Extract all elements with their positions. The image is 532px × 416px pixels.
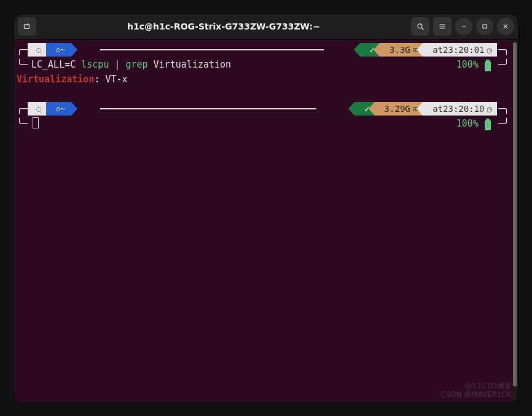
svg-line-4 — [421, 28, 423, 29]
battery-icon — [485, 61, 491, 71]
prompt-continue-left: ╰─ — [17, 57, 28, 72]
home-icon: ⌂ — [56, 42, 60, 57]
prompt-divider — [100, 108, 316, 109]
bracket-end: ─╯ — [498, 116, 509, 131]
prompt-left: ╭─ ◌ ⌂ ~ — [17, 42, 71, 57]
window-title: h1c@h1c-ROG-Strix-G733ZW-G733ZW:~ — [40, 22, 407, 31]
search-button[interactable] — [411, 17, 429, 36]
menu-button[interactable] — [433, 17, 452, 36]
output-row: Virtualization: VT-x — [14, 72, 512, 87]
cursor — [33, 117, 39, 128]
ram-value: 3.29G — [385, 101, 410, 116]
minimize-button[interactable] — [455, 18, 472, 35]
svg-point-3 — [418, 24, 422, 28]
prompt-left: ╭─ ◌ ⌂ ~ — [17, 101, 71, 116]
clock-icon: ◷ — [487, 42, 492, 57]
prompt-continue-left: ╰─ — [17, 116, 28, 131]
output-key: Virtualization — [17, 74, 94, 85]
prompt-row: ╭─ ◌ ⌂ ~ ✓ 3.3G⊞ at 23:20:01◷ ─╮ — [14, 42, 512, 57]
svg-rect-0 — [24, 25, 29, 29]
maximize-button[interactable] — [476, 18, 493, 35]
titlebar-left — [18, 17, 36, 36]
path-segment: ⌂ ~ — [46, 43, 71, 57]
time-text: 23:20:10 — [443, 101, 484, 116]
bracket-end: ─╯ — [498, 57, 509, 72]
titlebar-right — [411, 17, 514, 36]
at-text: at — [432, 42, 443, 57]
right-prompt: 100% ─╯ — [456, 116, 509, 131]
battery-percent: 100% — [456, 57, 479, 72]
output-text: Virtualization: VT-x — [17, 72, 128, 87]
ubuntu-icon: ◌ — [36, 101, 41, 116]
cursor-row: ╰─ 100% ─╯ — [14, 116, 512, 131]
watermark: @51CTO博客 CSDN @MAVER1CK — [440, 382, 512, 399]
path-text: ~ — [60, 42, 65, 57]
prompt-right: ✓ 3.3G⊞ at 23:20:01◷ ─╮ — [360, 42, 509, 57]
new-tab-button[interactable] — [18, 17, 36, 36]
clock-icon: ◷ — [487, 101, 492, 116]
bracket-close: ─╮ — [498, 42, 509, 57]
prompt-right: ✓ 3.29G⊞ at 23:20:10◷ ─╮ — [354, 101, 509, 116]
terminal-wrap: ╭─ ◌ ⌂ ~ ✓ 3.3G⊞ at 23:20:01◷ ─╮ — [14, 40, 518, 402]
scrollbar-thumb[interactable] — [513, 42, 517, 387]
os-segment: ◌ — [28, 43, 47, 57]
at-text: at — [432, 101, 443, 116]
terminal-area[interactable]: ╭─ ◌ ⌂ ~ ✓ 3.3G⊞ at 23:20:01◷ ─╮ — [14, 40, 512, 402]
cmd-env: LC_ALL=C — [31, 59, 76, 70]
command-row: ╰─ LC_ALL=C lscpu | grep Virtualization … — [14, 57, 512, 72]
ram-segment: 3.29G⊞ — [375, 102, 423, 116]
watermark-line1: @51CTO博客 — [440, 382, 512, 390]
time-segment: at 23:20:01◷ — [423, 43, 497, 57]
right-prompt: 100% ─╯ — [456, 57, 509, 72]
path-text: ~ — [60, 101, 65, 116]
output-value: VT-x — [106, 74, 128, 85]
time-segment: at 23:20:10◷ — [423, 102, 497, 116]
bracket-close: ─╮ — [498, 101, 509, 116]
path-segment: ⌂ ~ — [46, 102, 71, 116]
cmd-name: lscpu — [81, 59, 109, 70]
prompt-row: ╭─ ◌ ⌂ ~ ✓ 3.29G⊞ at 23:20:10◷ ─╮ — [14, 101, 512, 116]
time-text: 23:20:01 — [443, 42, 484, 57]
watermark-line2: CSDN @MAVER1CK — [440, 390, 512, 399]
cmd-grep: grep — [126, 59, 148, 70]
terminal-window: h1c@h1c-ROG-Strix-G733ZW-G733ZW:~ — [14, 14, 518, 403]
ubuntu-icon: ◌ — [36, 42, 41, 57]
close-button[interactable] — [497, 18, 514, 35]
svg-rect-9 — [483, 25, 487, 28]
titlebar: h1c@h1c-ROG-Strix-G733ZW-G733ZW:~ — [14, 14, 518, 40]
os-segment: ◌ — [28, 102, 47, 116]
battery-percent: 100% — [456, 116, 479, 131]
blank-row — [14, 87, 512, 101]
scrollbar[interactable] — [512, 40, 518, 402]
bracket-open: ╭─ — [17, 42, 28, 57]
prompt-divider — [100, 49, 324, 50]
command-text: LC_ALL=C lscpu | grep Virtualization — [31, 57, 231, 72]
ram-value: 3.3G — [389, 42, 410, 57]
cmd-arg: Virtualization — [154, 59, 231, 70]
output-pad — [100, 74, 105, 85]
cmd-pipe: | — [114, 59, 120, 70]
bracket-open: ╭─ — [17, 101, 28, 116]
home-icon: ⌂ — [56, 101, 60, 116]
battery-icon — [485, 120, 491, 130]
